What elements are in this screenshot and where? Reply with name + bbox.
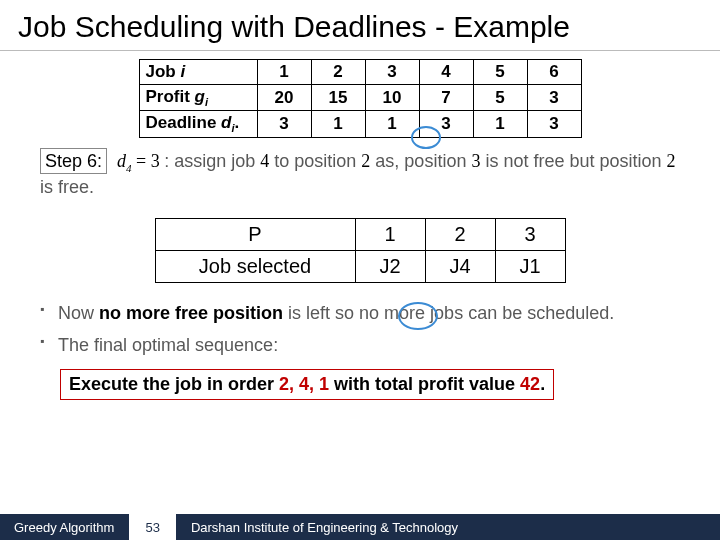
cell: J2	[355, 250, 425, 282]
step-label: Step 6:	[40, 148, 107, 174]
footer: Greedy Algorithm 53 Darshan Institute of…	[0, 514, 720, 540]
content-area: Job i 1 2 3 4 5 6 Profit gi 20 15 10 7 5…	[0, 59, 720, 400]
cell: J1	[495, 250, 565, 282]
divider	[0, 50, 720, 51]
selection-table: P 1 2 3 Job selected J2 J4 J1	[155, 218, 566, 283]
footer-section: Greedy Algorithm	[0, 520, 128, 535]
cell: 2	[425, 218, 495, 250]
row-label: Job selected	[155, 250, 355, 282]
cell: 1	[355, 218, 425, 250]
cell: 2	[311, 60, 365, 85]
row-label: Profit gi	[139, 85, 257, 111]
list-item: The final optimal sequence:	[40, 333, 680, 357]
cell: 5	[473, 85, 527, 111]
slide: Job Scheduling with Deadlines - Example …	[0, 0, 720, 540]
cell: 3	[527, 111, 581, 137]
cell: 6	[527, 60, 581, 85]
page-number: 53	[128, 514, 176, 540]
list-item: Now no more free position is left so no …	[40, 301, 680, 325]
step-math: d4 = 3	[117, 151, 164, 171]
cell: J4	[425, 250, 495, 282]
row-label: Deadline di.	[139, 111, 257, 137]
cell: 7	[419, 85, 473, 111]
cell: 20	[257, 85, 311, 111]
jobs-table: Job i 1 2 3 4 5 6 Profit gi 20 15 10 7 5…	[139, 59, 582, 138]
footer-institute: Darshan Institute of Engineering & Techn…	[177, 520, 720, 535]
row-label: P	[155, 218, 355, 250]
table-row: P 1 2 3	[155, 218, 565, 250]
cell: 3	[527, 85, 581, 111]
row-label: Job i	[139, 60, 257, 85]
cell: 1	[473, 111, 527, 137]
final-answer-box: Execute the job in order 2, 4, 1 with to…	[60, 369, 554, 400]
cell: 1	[365, 111, 419, 137]
cell: 3	[419, 111, 473, 137]
cell: 3	[495, 218, 565, 250]
cell: 15	[311, 85, 365, 111]
cell: 1	[257, 60, 311, 85]
cell: 3	[257, 111, 311, 137]
cell: 1	[311, 111, 365, 137]
page-title: Job Scheduling with Deadlines - Example	[0, 0, 720, 50]
cell: 5	[473, 60, 527, 85]
step-text: Step 6: d4 = 3 : assign job 4 to positio…	[40, 148, 680, 200]
table-row: Deadline di. 3 1 1 3 1 3	[139, 111, 581, 137]
cell: 10	[365, 85, 419, 111]
table-row: Job selected J2 J4 J1	[155, 250, 565, 282]
table-row: Profit gi 20 15 10 7 5 3	[139, 85, 581, 111]
cell: 3	[365, 60, 419, 85]
cell: 4	[419, 60, 473, 85]
table-row: Job i 1 2 3 4 5 6	[139, 60, 581, 85]
bullet-list: Now no more free position is left so no …	[40, 301, 680, 358]
